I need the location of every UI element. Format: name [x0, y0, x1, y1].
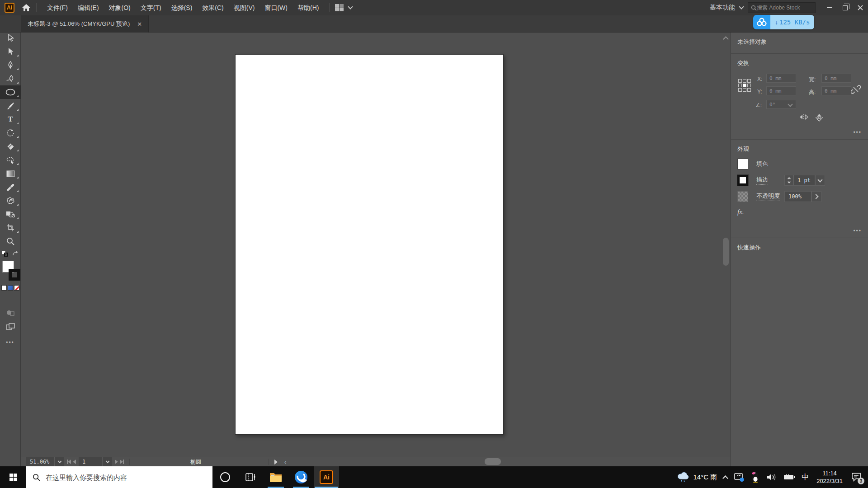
menu-view[interactable]: 视图(V) [229, 0, 260, 15]
default-fill-stroke-icon[interactable] [2, 251, 9, 257]
stroke-weight-dropdown-icon[interactable] [815, 175, 825, 186]
artboard-dropdown-icon[interactable] [102, 457, 112, 466]
ime-indicator[interactable]: 中 [798, 466, 812, 488]
opacity-swatch[interactable] [737, 191, 748, 202]
curvature-tool[interactable] [0, 72, 21, 85]
width-input[interactable]: 0 mm [821, 74, 851, 83]
workspace-switcher[interactable]: 基本功能 [710, 4, 735, 12]
task-view-button[interactable] [238, 466, 263, 488]
shape-builder-tool[interactable] [0, 207, 21, 221]
status-expand-icon[interactable] [274, 460, 278, 465]
artboard-number-field[interactable]: 1 [79, 457, 102, 466]
display-sync-button[interactable] [731, 466, 748, 488]
color-button[interactable] [1, 285, 7, 291]
vertical-scroll-thumb[interactable] [723, 238, 729, 266]
stock-search-input[interactable] [757, 5, 807, 11]
eraser-tool[interactable] [0, 140, 21, 153]
tab-close-icon[interactable]: ✕ [137, 21, 142, 28]
zoom-dropdown-icon[interactable] [54, 457, 64, 466]
swap-fill-stroke-icon[interactable] [12, 251, 19, 257]
fill-color-swatch[interactable] [737, 159, 748, 169]
pen-tool[interactable] [0, 58, 21, 72]
chevron-down-icon[interactable] [348, 4, 353, 9]
menu-object[interactable]: 对象(O) [104, 0, 136, 15]
clock[interactable]: 11:14 2022/3/31 [812, 469, 847, 485]
menu-window[interactable]: 窗口(W) [259, 0, 292, 15]
cortana-button[interactable] [212, 466, 238, 488]
selection-tool[interactable] [0, 31, 21, 45]
zoom-level-field[interactable]: 51.06% [26, 457, 54, 466]
reference-point-selector[interactable] [738, 79, 752, 93]
previous-artboard-icon[interactable] [73, 460, 76, 464]
show-hidden-icons-button[interactable] [720, 466, 731, 488]
fill-label[interactable]: 填色 [756, 160, 768, 168]
edit-toolbar-button[interactable]: ••• [0, 339, 20, 346]
x-input[interactable]: 0 mm [766, 74, 796, 83]
y-input[interactable]: 0 mm [766, 86, 796, 95]
restore-button[interactable] [837, 2, 853, 14]
appearance-more-options[interactable]: ••• [853, 228, 862, 234]
stroke-color-swatch[interactable] [737, 175, 748, 186]
transform-more-options[interactable]: ••• [853, 129, 862, 136]
stroke-swatch[interactable] [9, 269, 20, 281]
close-button[interactable] [853, 2, 868, 14]
menu-edit[interactable]: 编辑(E) [73, 0, 104, 15]
browser-button[interactable] [288, 466, 314, 488]
start-button[interactable] [0, 466, 26, 488]
paintbrush-tool[interactable] [0, 99, 21, 113]
home-icon[interactable] [22, 3, 31, 12]
arrange-documents-icon[interactable] [335, 4, 344, 11]
drawing-modes-icon[interactable] [0, 306, 21, 319]
height-input[interactable]: 0 mm [821, 86, 851, 95]
taskbar-search-box[interactable] [26, 466, 212, 488]
app-logo-icon[interactable]: Ai [5, 3, 14, 13]
opacity-expand-icon[interactable] [811, 191, 821, 202]
angle-dropdown[interactable]: 0° [766, 100, 796, 109]
file-explorer-button[interactable] [263, 466, 288, 488]
scroll-up-icon[interactable] [723, 36, 729, 42]
minimize-button[interactable] [822, 2, 837, 14]
direct-selection-tool[interactable] [0, 45, 21, 58]
blend-tool[interactable] [0, 194, 21, 207]
gradient-button[interactable] [8, 285, 13, 291]
rotate-tool[interactable] [0, 126, 21, 140]
vertical-scrollbar[interactable] [723, 33, 729, 454]
flip-horizontal-icon[interactable] [799, 113, 809, 121]
fx-button[interactable]: fx. [737, 208, 862, 216]
taskbar-search-input[interactable] [46, 474, 199, 481]
volume-button[interactable] [763, 466, 780, 488]
menu-help[interactable]: 帮助(H) [292, 0, 324, 15]
ellipse-tool[interactable] [0, 85, 21, 99]
eyedropper-tool[interactable] [0, 180, 21, 194]
battery-button[interactable] [780, 466, 798, 488]
weather-button[interactable]: 14°C 雨 [674, 466, 720, 488]
menu-type[interactable]: 文字(T) [136, 0, 166, 15]
zoom-tool[interactable] [0, 235, 21, 248]
first-artboard-icon[interactable] [67, 460, 71, 464]
gradient-tool[interactable] [0, 167, 21, 180]
opacity-value[interactable]: 100% [784, 191, 811, 202]
netdisk-download-badge[interactable]: ↓ 125 KB/s [753, 15, 814, 29]
none-button[interactable] [14, 285, 19, 291]
last-artboard-icon[interactable] [120, 460, 124, 464]
stock-search-box[interactable] [748, 2, 816, 13]
qq-button[interactable] [748, 466, 763, 488]
draw-normal-mode-icon[interactable] [0, 319, 21, 333]
illustrator-taskbar-button[interactable]: Ai [314, 466, 339, 488]
menu-file[interactable]: 文件(F) [42, 0, 73, 15]
chevron-down-icon[interactable] [739, 4, 744, 9]
constrain-proportions-icon[interactable] [851, 84, 861, 94]
document-tab[interactable]: 未标题-3 @ 51.06% (CMYK/GPU 预览) ✕ [21, 15, 149, 33]
stroke-label[interactable]: 描边 [756, 176, 768, 185]
shaper-tool[interactable] [0, 153, 21, 167]
scroll-left-icon[interactable]: ‹ [284, 459, 286, 465]
artboard[interactable] [235, 54, 504, 435]
flip-vertical-icon[interactable] [815, 113, 823, 122]
artboard-tool[interactable] [0, 221, 21, 235]
menu-effect[interactable]: 效果(C) [197, 0, 228, 15]
opacity-label[interactable]: 不透明度 [756, 192, 780, 201]
horizontal-scroll-thumb[interactable] [485, 458, 501, 465]
menu-select[interactable]: 选择(S) [166, 0, 198, 15]
canvas-area[interactable] [21, 33, 731, 457]
action-center-button[interactable]: 3 [847, 466, 868, 488]
